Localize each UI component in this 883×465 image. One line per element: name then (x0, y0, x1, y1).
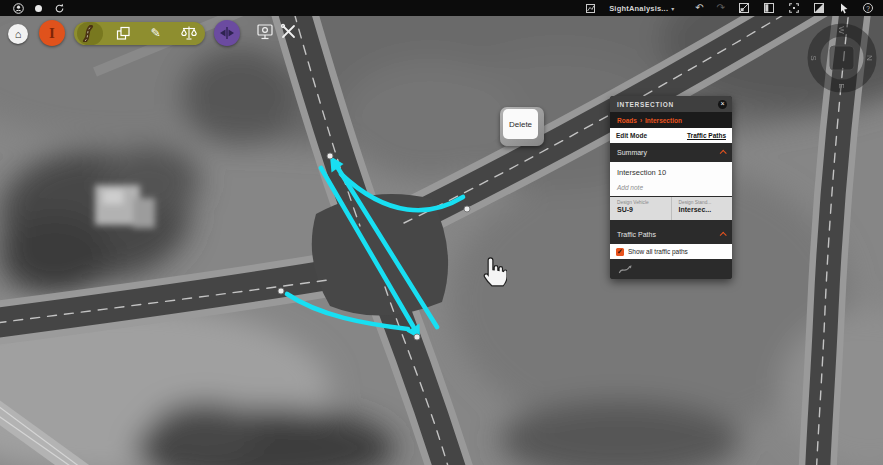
design-standard-label: Design Stand... (679, 200, 733, 205)
show-all-paths-label: Show all traffic paths (628, 248, 688, 255)
fullscreen-icon[interactable] (788, 2, 800, 14)
compass-control[interactable]: N E S W (807, 23, 877, 93)
tool-group: ✎ (74, 22, 205, 45)
help-icon[interactable]: ? (863, 3, 873, 13)
design-vehicle-label: Design Vehicle (617, 200, 671, 205)
chevron-down-icon: ▾ (671, 5, 674, 12)
intersection-panel: INTERSECTION × Roads › Intersection Edit… (610, 96, 732, 279)
conflict-analysis-button[interactable] (214, 20, 240, 46)
select-cursor-icon[interactable] (838, 2, 850, 14)
show-all-paths-row[interactable]: ✓ Show all traffic paths (610, 244, 732, 259)
summary-title: Summary (617, 149, 647, 156)
side-panel-icon[interactable] (763, 2, 775, 14)
compass-n: N (865, 55, 874, 61)
close-icon[interactable]: × (718, 100, 727, 109)
path-node[interactable] (464, 206, 470, 212)
home-button[interactable]: ⌂ (8, 24, 28, 44)
refresh-icon[interactable] (53, 2, 65, 14)
edit-mode-row: Edit Mode Traffic Paths (610, 128, 732, 143)
edit-toolbar: ⌂ I ✎ (8, 20, 297, 46)
app-window: SightAnalysis... ▾ ↶ ↷ (0, 0, 883, 465)
traffic-paths-section-header[interactable]: Traffic Paths (610, 225, 732, 244)
path-node[interactable] (327, 153, 333, 159)
intersection-name[interactable]: Intersection 10 (617, 168, 725, 177)
path-node[interactable] (278, 288, 284, 294)
breadcrumb-separator-icon: › (640, 117, 642, 124)
traffic-paths-title: Traffic Paths (617, 231, 656, 238)
delete-key-label: Delete (503, 109, 538, 139)
panel-header: INTERSECTION × (610, 96, 732, 112)
design-vehicle-value: SU-9 (617, 206, 671, 213)
breadcrumb-current: Intersection (645, 117, 682, 124)
design-fields: Design Vehicle SU-9 Design Stand... Inte… (610, 197, 732, 220)
project-title: SightAnalysis... (609, 4, 668, 13)
edit-mode-label: Edit Mode (616, 132, 647, 139)
contrast-icon[interactable] (813, 2, 825, 14)
road-tool-button[interactable] (77, 22, 103, 45)
undo-icon[interactable]: ↶ (695, 3, 703, 13)
path-node[interactable] (414, 334, 420, 340)
design-standard-field[interactable]: Design Stand... Intersec... (671, 197, 733, 220)
basemap-icon[interactable] (738, 2, 750, 14)
compare-tool-button[interactable] (176, 22, 202, 45)
delete-key-hint: Delete (500, 107, 544, 146)
summary-body: Intersection 10 Add note (610, 162, 732, 196)
panel-title: INTERSECTION (617, 101, 674, 108)
breadcrumb-roads[interactable]: Roads (617, 117, 637, 124)
intersection-tool-button[interactable]: I (39, 20, 65, 46)
panel-footer (610, 259, 732, 279)
edit-mode-value[interactable]: Traffic Paths (687, 132, 726, 139)
top-menu-bar: SightAnalysis... ▾ ↶ ↷ (0, 0, 883, 16)
app-logo-icon (584, 2, 596, 14)
design-standard-value: Intersec... (679, 206, 733, 213)
screenshot-view-icon[interactable] (256, 23, 274, 44)
account-icon[interactable] (12, 2, 24, 14)
checkbox-checked-icon[interactable]: ✓ (616, 248, 624, 256)
tools-icon[interactable] (280, 23, 297, 44)
record-dot-icon[interactable] (35, 5, 42, 12)
path-tool-icon[interactable] (618, 263, 633, 275)
redo-icon[interactable]: ↷ (717, 3, 725, 13)
add-note-field[interactable]: Add note (617, 184, 725, 191)
compass-s: S (809, 55, 818, 60)
pen-icon: ✎ (151, 26, 161, 40)
draw-tool-button[interactable]: ✎ (143, 22, 169, 45)
copy-tool-button[interactable] (110, 22, 136, 45)
compass-w: W (837, 26, 846, 34)
compass-e: E (837, 83, 846, 88)
chevron-up-icon (720, 150, 727, 157)
map-canvas[interactable] (0, 0, 883, 465)
chevron-up-icon (720, 232, 727, 239)
intersection-pavement (312, 194, 448, 316)
breadcrumb: Roads › Intersection (610, 112, 732, 128)
design-vehicle-field[interactable]: Design Vehicle SU-9 (610, 197, 671, 220)
project-selector[interactable]: SightAnalysis... ▾ (609, 4, 674, 13)
summary-section-header[interactable]: Summary (610, 143, 732, 162)
